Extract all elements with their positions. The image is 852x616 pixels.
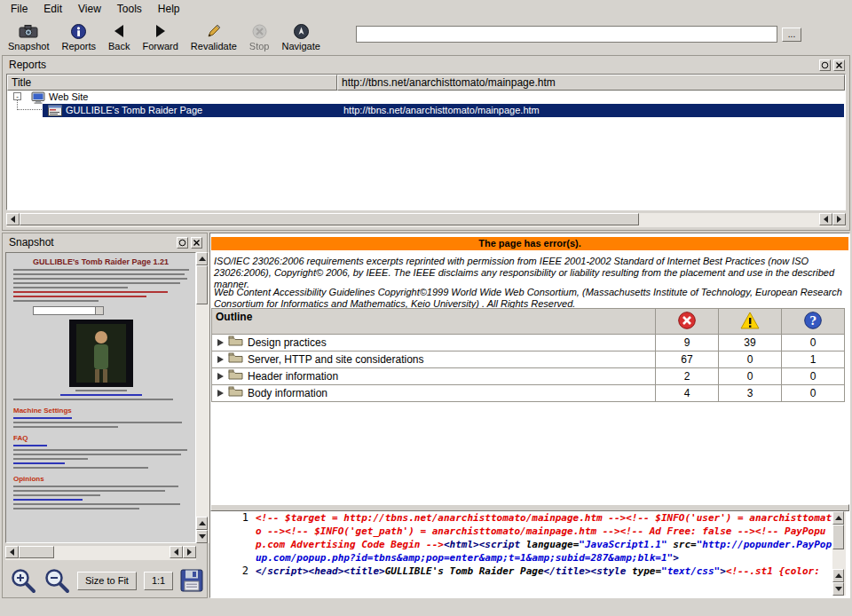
- code-text: </script><head><title>GULLIBLE's Tomb Ra…: [256, 565, 832, 578]
- scroll-up-button[interactable]: [832, 569, 844, 582]
- url-input[interactable]: [356, 26, 777, 43]
- column-header-url[interactable]: http://tbns.net/anarchisttomato/mainpage…: [337, 75, 845, 91]
- question-count: 1: [782, 351, 845, 368]
- expand-triangle-icon[interactable]: [217, 356, 224, 363]
- menu-file[interactable]: File: [3, 1, 36, 17]
- scroll-left-button[interactable]: [6, 213, 20, 225]
- zoom-out-icon: [43, 567, 70, 594]
- tree-item-website[interactable]: - Web Site: [7, 91, 845, 104]
- expand-triangle-icon[interactable]: [217, 373, 224, 380]
- snapshot-panel: Snapshot GULLIBLE's Tomb Raider Page 1.2…: [2, 233, 208, 598]
- browse-button[interactable]: ...: [782, 28, 801, 42]
- toolbar-forward-button[interactable]: Forward: [136, 20, 184, 53]
- source-vertical-scrollbar[interactable]: [832, 511, 846, 596]
- code-segment-tag: <html>: [444, 539, 479, 550]
- toolbar-label: Reports: [61, 41, 96, 51]
- menu-help[interactable]: Help: [150, 1, 188, 17]
- error-banner: The page has error(s).: [211, 237, 848, 250]
- preview-heading: Machine Settings: [13, 407, 195, 415]
- scroll-down-button[interactable]: [832, 582, 844, 596]
- down-arrow-icon: [835, 587, 842, 591]
- zoom-in-button[interactable]: [10, 567, 36, 594]
- source-code-view[interactable]: 1 <!-- $target = http://tbns.net/anarchi…: [211, 511, 832, 596]
- toolbar-snapshot-button[interactable]: Snapshot: [2, 20, 55, 53]
- scroll-left-button[interactable]: [170, 546, 183, 558]
- preview-heading: Opinions: [13, 475, 195, 483]
- toolbar-back-button[interactable]: Back: [102, 20, 136, 53]
- menu-view[interactable]: View: [70, 1, 109, 17]
- outline-row[interactable]: Body information 4 3 0: [212, 385, 845, 402]
- question-count: 0: [782, 368, 845, 385]
- left-arrow-icon: [174, 549, 178, 556]
- snapshot-page-preview[interactable]: GULLIBLE's Tomb Raider Page 1.21 Machine…: [5, 252, 196, 543]
- tree-item-label: Web Site: [49, 91, 88, 102]
- text-line-placeholder: [13, 458, 88, 460]
- toolbar-navigate-button[interactable]: Navigate: [275, 20, 326, 53]
- snapshot-horizontal-scrollbar[interactable]: [5, 546, 196, 560]
- scrollbar-track[interactable]: [20, 213, 819, 227]
- outline-table: Outline ? Design practices 9 39 0 Server…: [211, 308, 845, 402]
- reports-title: Reports: [9, 59, 46, 71]
- expand-triangle-icon[interactable]: [217, 339, 224, 346]
- scrollbar-thumb[interactable]: [196, 265, 208, 304]
- snapshot-vertical-scrollbar[interactable]: [196, 252, 209, 543]
- code-segment-text: GULLIBLE's Tomb Raider Page: [385, 565, 544, 577]
- dock-close-button[interactable]: [191, 237, 202, 249]
- text-line-placeholder: [13, 467, 148, 469]
- question-count: 0: [782, 385, 845, 402]
- menu-tools[interactable]: Tools: [109, 1, 150, 17]
- scroll-right-button[interactable]: [832, 213, 846, 225]
- toolbar-reports-button[interactable]: Reports: [55, 20, 102, 53]
- text-line-placeholder: [13, 417, 72, 419]
- code-segment-tag: </title>: [544, 565, 591, 577]
- error-count: 9: [656, 335, 719, 351]
- error-count: 2: [656, 368, 719, 385]
- dock-float-button[interactable]: [177, 237, 188, 249]
- scrollbar-thumb[interactable]: [832, 525, 844, 549]
- scrollbar-thumb[interactable]: [19, 546, 54, 558]
- tree-item-label: GULLIBLE's Tomb Raider Page: [66, 105, 202, 115]
- text-line-placeholder: [13, 503, 180, 505]
- right-arrow-icon: [837, 216, 841, 223]
- expand-triangle-icon[interactable]: [217, 390, 224, 397]
- code-segment-attr: src=: [667, 539, 697, 550]
- one-to-one-button[interactable]: 1:1: [144, 572, 173, 590]
- outline-row[interactable]: Header information 2 0 0: [212, 368, 845, 385]
- dock-close-button[interactable]: [833, 59, 845, 71]
- error-count: 4: [656, 385, 719, 402]
- scrollbar-thumb[interactable]: [20, 213, 639, 225]
- scroll-up-button[interactable]: [832, 511, 844, 525]
- text-line-placeholder: [13, 449, 187, 451]
- zoom-out-button[interactable]: [43, 567, 70, 594]
- tree-item-page[interactable]: GULLIBLE's Tomb Raider Page http://tbns.…: [7, 104, 845, 117]
- scrollbar-track[interactable]: [196, 265, 209, 517]
- tree-connector: [17, 100, 43, 110]
- splitter-handle[interactable]: [210, 504, 849, 511]
- outline-row[interactable]: Server, HTTP and site considerations 67 …: [212, 351, 845, 368]
- dock-float-button[interactable]: [819, 59, 831, 71]
- toolbar-stop-button[interactable]: Stop: [243, 20, 276, 53]
- code-segment-tag: <style: [591, 565, 627, 577]
- tree-expander[interactable]: -: [13, 92, 21, 100]
- toolbar-revalidate-button[interactable]: Revalidate: [185, 20, 243, 53]
- camera-icon: [19, 22, 38, 40]
- scrollbar-track[interactable]: [832, 525, 846, 569]
- code-segment-attr: language=: [520, 539, 579, 550]
- size-to-fit-button[interactable]: Size to Fit: [77, 572, 137, 590]
- scroll-up-button[interactable]: [196, 517, 208, 530]
- outline-row[interactable]: Design practices 9 39 0: [212, 335, 845, 351]
- menu-edit[interactable]: Edit: [36, 1, 70, 17]
- column-header-title[interactable]: Title: [7, 75, 337, 91]
- save-snapshot-button[interactable]: [180, 569, 203, 592]
- scroll-right-button[interactable]: [183, 546, 196, 558]
- scroll-down-button[interactable]: [196, 530, 208, 543]
- scroll-left-button[interactable]: [819, 213, 832, 225]
- questions-column-header: ?: [782, 309, 845, 335]
- scroll-left-button[interactable]: [5, 546, 19, 558]
- reports-horizontal-scrollbar[interactable]: [6, 213, 846, 227]
- scrollbar-track[interactable]: [19, 546, 170, 560]
- errors-column-header: [656, 309, 719, 335]
- scroll-up-button[interactable]: [196, 252, 208, 265]
- code-segment-tag: <script: [479, 539, 520, 550]
- folder-icon: [228, 385, 243, 401]
